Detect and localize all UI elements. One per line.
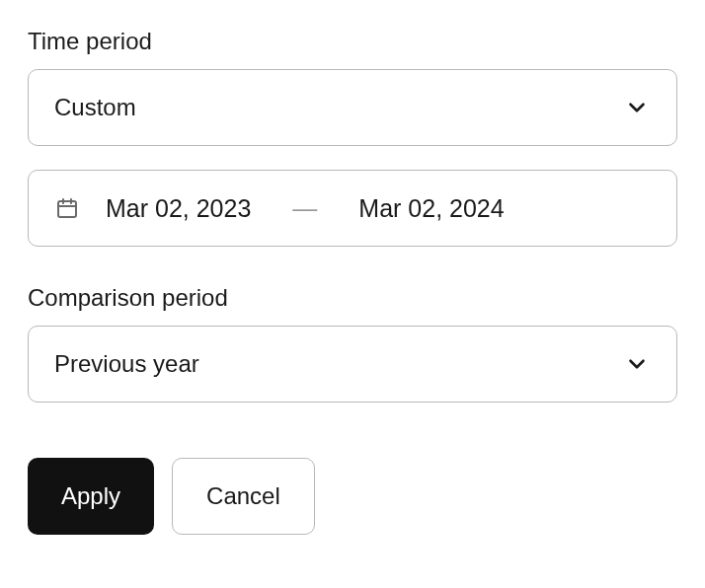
- date-range-separator: —: [269, 194, 341, 223]
- chevron-down-icon: [623, 94, 651, 121]
- svg-rect-0: [58, 201, 76, 217]
- chevron-down-icon: [623, 350, 651, 378]
- apply-button[interactable]: Apply: [28, 458, 154, 535]
- comparison-period-section: Comparison period Previous year: [28, 284, 677, 403]
- date-range-start: Mar 02, 2023: [106, 194, 251, 223]
- date-range-picker[interactable]: Mar 02, 2023 — Mar 02, 2024: [28, 170, 677, 247]
- cancel-button[interactable]: Cancel: [172, 458, 315, 535]
- calendar-icon: [54, 195, 80, 221]
- date-range-end: Mar 02, 2024: [358, 194, 504, 223]
- comparison-period-select[interactable]: Previous year: [28, 326, 677, 403]
- time-period-section: Time period Custom Mar 02, 2023 — Mar 02…: [28, 28, 677, 247]
- comparison-period-label: Comparison period: [28, 284, 677, 312]
- time-period-select[interactable]: Custom: [28, 69, 677, 146]
- comparison-period-value: Previous year: [54, 350, 623, 378]
- time-period-label: Time period: [28, 28, 677, 55]
- action-buttons: Apply Cancel: [28, 458, 677, 535]
- time-period-value: Custom: [54, 94, 623, 121]
